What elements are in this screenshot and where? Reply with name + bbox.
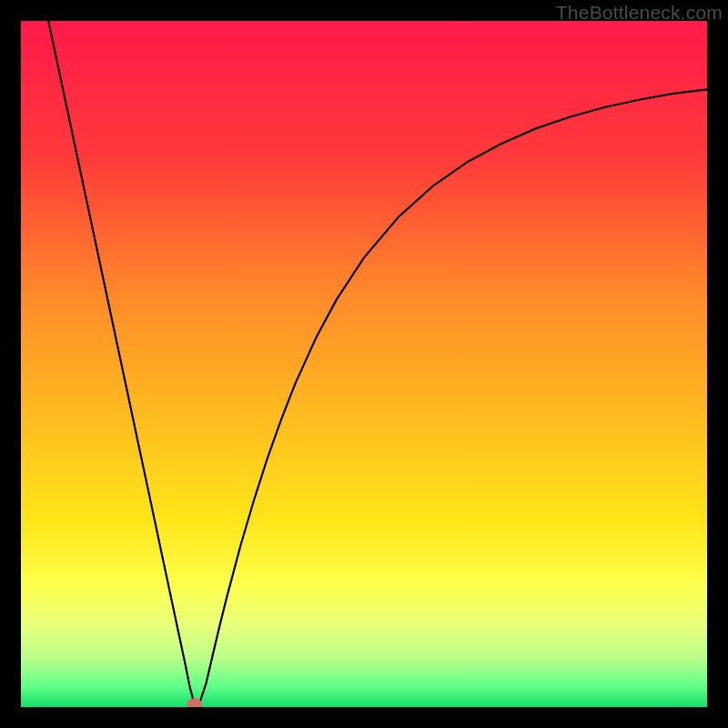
chart-canvas — [21, 21, 707, 707]
watermark-text: TheBottleneck.com — [556, 2, 723, 24]
chart-frame — [21, 21, 707, 707]
gradient-background — [21, 21, 707, 707]
